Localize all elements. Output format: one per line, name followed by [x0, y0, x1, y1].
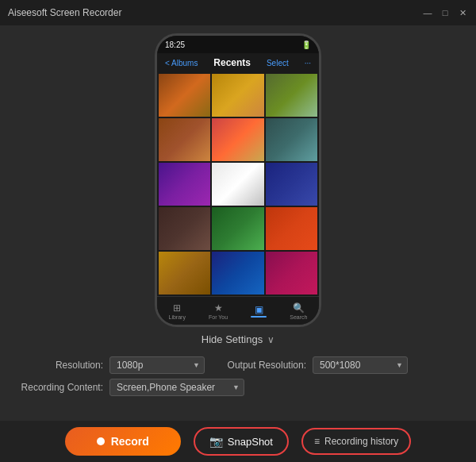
- phone-nav-bar: < Albums Recents Select ···: [157, 53, 319, 72]
- close-button[interactable]: ✕: [457, 7, 468, 18]
- photo-cell-12: [266, 207, 317, 250]
- photo-grid: [157, 72, 319, 296]
- photo-cell-11: [212, 207, 263, 250]
- phone-tab-foryou-label: For You: [209, 314, 228, 320]
- record-button-label: Record: [111, 435, 149, 448]
- phone-tab-library: ⊞ Library: [169, 302, 186, 320]
- photo-cell-7: [159, 163, 210, 206]
- photo-cell-14: [212, 252, 263, 295]
- photo-cell-8: [212, 163, 263, 206]
- output-resolution-select[interactable]: 500*1080 1080*1920 720*1280: [313, 356, 408, 374]
- resolution-row: Resolution: 1080p 720p 480p ▼ Output Res…: [16, 356, 460, 374]
- photo-cell-3: [266, 74, 317, 117]
- photo-cell-1: [159, 74, 210, 117]
- photo-cell-9: [266, 163, 317, 206]
- window-controls: — □ ✕: [422, 7, 468, 18]
- snapshot-button-label: SnapShot: [228, 436, 273, 448]
- phone-tab-photos: ▣: [251, 304, 267, 318]
- camera-icon: 📷: [209, 435, 223, 448]
- record-button[interactable]: Record: [65, 427, 181, 456]
- app-title: Aiseesoft Screen Recorder: [8, 7, 121, 18]
- phone-frame: 18:25 🔋 < Albums Recents Select ···: [155, 33, 321, 327]
- recording-content-select[interactable]: Screen,Phone Speaker Screen Only Screen,…: [109, 379, 244, 396]
- photo-cell-13: [159, 252, 210, 295]
- record-dot-icon: [97, 437, 105, 445]
- bottom-bar: Record 📷 SnapShot ≡ Recording history: [0, 421, 476, 462]
- output-resolution-label: Output Resolution:: [211, 360, 306, 371]
- maximize-button[interactable]: □: [440, 7, 451, 18]
- hide-settings-toggle[interactable]: Hide Settings ∨: [202, 327, 274, 352]
- photo-cell-6: [266, 118, 317, 161]
- output-resolution-select-wrapper: 500*1080 1080*1920 720*1280 ▼: [313, 356, 408, 374]
- recording-content-label: Recording Content:: [16, 382, 103, 393]
- resolution-select[interactable]: 1080p 720p 480p: [109, 356, 205, 374]
- search-icon: 🔍: [293, 302, 305, 314]
- photo-cell-10: [159, 207, 210, 250]
- library-icon: ⊞: [173, 302, 181, 314]
- hide-settings-label: Hide Settings: [202, 333, 263, 345]
- active-tab-indicator: [251, 316, 267, 318]
- phone-nav-select: Select: [267, 59, 289, 67]
- phone-nav-title: Recents: [213, 57, 251, 68]
- recording-content-select-wrapper: Screen,Phone Speaker Screen Only Screen,…: [109, 379, 244, 396]
- photo-cell-4: [159, 118, 210, 161]
- resolution-select-wrapper: 1080p 720p 480p ▼: [109, 356, 205, 374]
- recording-content-row: Recording Content: Screen,Phone Speaker …: [16, 379, 460, 396]
- phone-tab-bar: ⊞ Library ★ For You ▣ 🔍 Search: [157, 296, 319, 325]
- title-bar: Aiseesoft Screen Recorder — □ ✕: [0, 0, 476, 25]
- phone-tab-foryou: ★ For You: [209, 302, 228, 320]
- minimize-button[interactable]: —: [422, 7, 433, 18]
- phone-tab-search: 🔍 Search: [290, 302, 307, 320]
- settings-panel: Resolution: 1080p 720p 480p ▼ Output Res…: [0, 352, 476, 406]
- foryou-icon: ★: [214, 302, 223, 314]
- phone-tab-library-label: Library: [169, 314, 186, 320]
- phone-nav-back: < Albums: [165, 59, 198, 67]
- phone-time: 18:25: [165, 40, 185, 49]
- chevron-down-icon: ∨: [267, 334, 274, 345]
- history-icon: ≡: [314, 436, 320, 447]
- phone-status-bar: 18:25 🔋: [157, 36, 319, 53]
- phone-tab-search-label: Search: [290, 314, 307, 320]
- photo-cell-5: [212, 118, 263, 161]
- resolution-label: Resolution:: [16, 360, 103, 371]
- photos-icon: ▣: [255, 304, 263, 315]
- recording-history-button[interactable]: ≡ Recording history: [301, 428, 411, 455]
- phone-battery: 🔋: [301, 40, 311, 49]
- snapshot-button[interactable]: 📷 SnapShot: [194, 427, 289, 456]
- main-area: 18:25 🔋 < Albums Recents Select ···: [0, 25, 476, 406]
- photo-cell-2: [212, 74, 263, 117]
- recording-history-label: Recording history: [324, 436, 398, 447]
- phone-nav-dots: ···: [305, 59, 311, 67]
- photo-cell-15: [266, 252, 317, 295]
